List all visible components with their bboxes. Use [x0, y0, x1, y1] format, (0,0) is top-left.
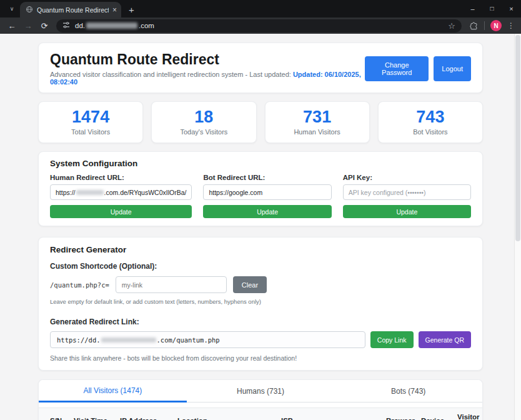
col-header-ip: IP Address [115, 408, 172, 420]
page-viewport: Quantum Route Redirect Advanced visitor … [0, 34, 521, 420]
generated-link-label: Generated Redirect Link: [50, 318, 471, 326]
stat-card-todays-visitors: 18 Today's Visitors [151, 101, 256, 143]
human-redirect-redacted-segment [76, 190, 104, 195]
url-text: dd..com [75, 22, 154, 29]
forward-button[interactable]: → [21, 21, 36, 31]
stat-card-total-visitors: 1474 Total Visitors [38, 101, 143, 143]
reload-button[interactable]: ⟳ [37, 21, 52, 31]
config-grid: Human Redirect URL: https://.com.de/RYqu… [50, 174, 471, 218]
tab-title: Quantum Route Redirect - Adm [37, 6, 109, 14]
api-key-input[interactable] [343, 184, 471, 200]
tab-close-icon[interactable]: × [112, 6, 117, 14]
header-text: Quantum Route Redirect Advanced visitor … [50, 51, 365, 86]
tab-bots[interactable]: Bots (743) [334, 380, 482, 402]
shortcode-row: /quantum.php?c= Clear [50, 276, 471, 293]
visitors-card: All Visitors (1474) Humans (731) Bots (7… [38, 379, 483, 420]
header-actions: Change Password Logout [365, 56, 471, 81]
col-header-device: Device [416, 408, 452, 420]
stat-value: 1474 [39, 108, 142, 127]
visitors-table-wrap: S/N Visit Time IP Address Location ISP B… [39, 402, 482, 420]
toolbar-divider [484, 21, 485, 30]
generate-qr-button[interactable]: Generate QR [419, 331, 471, 348]
generated-link-input[interactable]: https://dd..com/quantum.php [50, 331, 365, 348]
shortcode-input[interactable] [116, 276, 227, 293]
browser-tab[interactable]: Quantum Route Redirect - Adm × [20, 2, 121, 18]
url-redacted-segment [86, 22, 137, 29]
stat-label: Today's Visitors [152, 128, 256, 136]
table-header-row: S/N Visit Time IP Address Location ISP B… [39, 408, 483, 420]
bot-redirect-field: Bot Redirect URL: Update [203, 174, 331, 218]
visitors-table: S/N Visit Time IP Address Location ISP B… [39, 408, 483, 420]
tab-search-chevron-icon[interactable]: ∨ [5, 2, 19, 15]
human-redirect-input[interactable]: https://.com.de/RYqusWC0xIlOrBa/ [50, 184, 192, 200]
col-header-sn: S/N [39, 408, 69, 420]
close-window-button[interactable]: × [502, 0, 521, 17]
page-title: Quantum Route Redirect [50, 51, 365, 68]
change-password-button[interactable]: Change Password [365, 56, 429, 81]
api-key-label: API Key: [343, 174, 471, 181]
redirect-generator-card: Redirect Generator Custom Shortcode (Opt… [38, 237, 483, 371]
address-bar[interactable]: dd..com ☆ [56, 19, 462, 32]
custom-shortcode-label: Custom Shortcode (Optional): [50, 262, 471, 271]
col-header-visit-time: Visit Time [69, 408, 115, 420]
clear-button[interactable]: Clear [233, 276, 267, 293]
shortcode-prefix: /quantum.php?c= [50, 281, 109, 289]
generated-link-redacted-segment [101, 338, 156, 342]
stat-value: 743 [379, 108, 482, 127]
bookmark-star-icon[interactable]: ☆ [448, 21, 455, 31]
system-configuration-title: System Configuration [50, 159, 471, 168]
scrollbar-thumb[interactable] [515, 35, 520, 241]
share-help-text: Share this link anywhere - bots will be … [50, 354, 471, 362]
shortcode-help-text: Leave empty for default link, or add cus… [50, 298, 471, 305]
header-card: Quantum Route Redirect Advanced visitor … [38, 42, 483, 93]
page-subtitle: Advanced visitor classification and inte… [50, 71, 365, 86]
tune-icon[interactable] [62, 20, 70, 31]
copy-link-button[interactable]: Copy Link [370, 331, 414, 348]
system-configuration-card: System Configuration Human Redirect URL:… [38, 151, 483, 226]
stats-row: 1474 Total Visitors 18 Today's Visitors … [38, 101, 483, 143]
tab-humans[interactable]: Humans (731) [187, 380, 335, 402]
col-header-location: Location [172, 408, 276, 420]
tab-favicon-globe-icon [26, 4, 33, 16]
stat-label: Total Visitors [39, 128, 142, 136]
profile-avatar[interactable]: N [490, 20, 502, 31]
update-api-key-button[interactable]: Update [343, 205, 471, 218]
stat-value: 731 [265, 108, 369, 127]
human-redirect-field: Human Redirect URL: https://.com.de/RYqu… [50, 174, 192, 218]
stat-card-bot-visitors: 743 Bot Visitors [378, 101, 483, 143]
bot-redirect-label: Bot Redirect URL: [203, 174, 331, 181]
logout-button[interactable]: Logout [434, 56, 471, 81]
back-button[interactable]: ← [4, 21, 19, 31]
window-controls: – □ × [463, 0, 521, 17]
stat-label: Human Visitors [265, 128, 369, 136]
api-key-field: API Key: Update [343, 174, 471, 218]
col-header-browser: Browser [381, 408, 416, 420]
human-redirect-label: Human Redirect URL: [50, 174, 192, 181]
extensions-icon[interactable] [466, 22, 481, 30]
update-bot-redirect-button[interactable]: Update [203, 205, 331, 218]
bot-redirect-input[interactable] [203, 184, 331, 200]
page-scrollbar[interactable] [514, 34, 521, 420]
redirect-generator-title: Redirect Generator [50, 245, 471, 254]
new-tab-button[interactable]: + [129, 5, 134, 14]
stat-value: 18 [152, 108, 256, 127]
tab-all-visitors[interactable]: All Visitors (1474) [39, 380, 187, 402]
browser-tab-strip: ∨ Quantum Route Redirect - Adm × + – □ × [0, 0, 521, 18]
col-header-visitor-type: Visitor Type [452, 408, 483, 420]
content-container: Quantum Route Redirect Advanced visitor … [38, 42, 483, 420]
col-header-isp: ISP [276, 408, 381, 420]
browser-menu-icon[interactable]: ⋮ [505, 21, 517, 30]
generated-link-row: https://dd..com/quantum.php Copy Link Ge… [50, 331, 471, 348]
minimize-button[interactable]: – [463, 0, 482, 17]
browser-toolbar: ← → ⟳ dd..com ☆ N ⋮ [0, 18, 521, 34]
stat-label: Bot Visitors [379, 128, 482, 136]
update-human-redirect-button[interactable]: Update [50, 205, 192, 218]
visitor-tabs: All Visitors (1474) Humans (731) Bots (7… [39, 380, 482, 402]
maximize-button[interactable]: □ [482, 0, 502, 17]
stat-card-human-visitors: 731 Human Visitors [265, 101, 370, 143]
